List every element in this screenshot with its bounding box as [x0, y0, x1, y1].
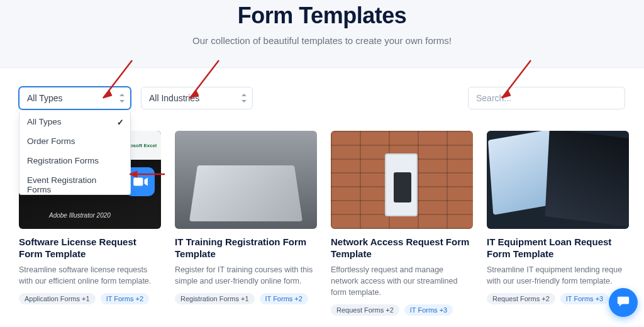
excel-icon: osoft Excel	[126, 131, 161, 160]
template-thumbnail	[331, 131, 473, 229]
chevron-updown-icon	[241, 94, 247, 103]
template-card[interactable]: IT Equipment Loan Request Form Template …	[487, 131, 629, 316]
template-title: Software License Request Form Template	[19, 236, 161, 260]
tag-chip[interactable]: Request Forms +2	[487, 293, 555, 304]
hero-section: Form Templates Our collection of beautif…	[0, 0, 644, 68]
template-tags: Request Forms +2 IT Forms +3	[487, 293, 629, 304]
type-option-registration[interactable]: Registration Forms	[19, 151, 130, 170]
template-title: IT Training Registration Form Template	[175, 236, 317, 260]
svg-rect-0	[133, 178, 143, 186]
template-desc: Streamline software license requests wit…	[19, 264, 161, 287]
tag-chip[interactable]: Registration Forms +1	[175, 293, 255, 304]
tag-chip[interactable]: IT Forms +3	[560, 293, 609, 304]
industry-select-value: All Industries	[149, 93, 199, 103]
tag-chip[interactable]: Request Forms +2	[331, 304, 399, 316]
type-dropdown: All Types Order Forms Registration Forms…	[19, 112, 131, 195]
search-input[interactable]	[468, 87, 625, 109]
filter-bar: All Types All Types Order Forms Registra…	[0, 68, 644, 109]
template-desc: Effortlessly request and manage network …	[331, 264, 473, 298]
tag-chip[interactable]: IT Forms +2	[101, 293, 149, 304]
type-select-wrap: All Types All Types Order Forms Registra…	[19, 87, 131, 109]
industry-select-wrap: All Industries	[141, 87, 253, 109]
template-thumbnail	[175, 131, 317, 229]
chevron-updown-icon	[119, 94, 125, 103]
chat-button[interactable]	[609, 288, 638, 317]
chat-icon	[616, 294, 630, 311]
type-option-all[interactable]: All Types	[19, 112, 130, 131]
template-card[interactable]: Network Access Request Form Template Eff…	[331, 131, 473, 316]
thumb-caption: Adobe Illustrator 2020	[49, 212, 111, 219]
template-card[interactable]: IT Training Registration Form Template R…	[175, 131, 317, 316]
template-title: Network Access Request Form Template	[331, 236, 473, 260]
tag-chip[interactable]: IT Forms +3	[404, 304, 453, 316]
type-select[interactable]: All Types	[19, 87, 131, 109]
template-tags: Request Forms +2 IT Forms +3	[331, 304, 473, 316]
template-desc: Streamline IT equipment lending reque wi…	[487, 264, 629, 287]
template-title: IT Equipment Loan Request Form Template	[487, 236, 629, 260]
tag-chip[interactable]: IT Forms +2	[260, 293, 308, 304]
template-tags: Registration Forms +1 IT Forms +2	[175, 293, 317, 304]
type-option-order[interactable]: Order Forms	[19, 131, 130, 151]
tag-chip[interactable]: Application Forms +1	[19, 293, 96, 304]
page-subtitle: Our collection of beautiful templates to…	[0, 35, 644, 46]
template-thumbnail	[487, 131, 629, 229]
type-option-event-registration[interactable]: Event Registration Forms	[19, 170, 130, 195]
type-select-value: All Types	[27, 93, 63, 103]
page-title: Form Templates	[0, 3, 644, 29]
industry-select[interactable]: All Industries	[141, 87, 253, 109]
template-tags: Application Forms +1 IT Forms +2	[19, 293, 161, 304]
template-desc: Register for IT training courses with th…	[175, 264, 317, 287]
